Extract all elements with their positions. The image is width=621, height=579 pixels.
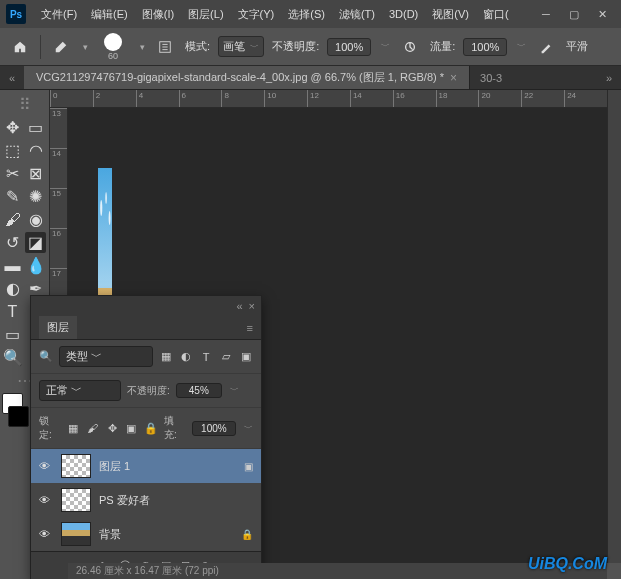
tab-overflow-label[interactable]: 30-3 <box>470 66 512 89</box>
filter-adjust-icon[interactable]: ◐ <box>179 350 193 364</box>
layer-row[interactable]: 👁背景🔒 <box>31 517 261 551</box>
svg-point-3 <box>100 200 102 216</box>
panel-menu-icon[interactable]: ≡ <box>247 322 253 334</box>
brush-panel-icon[interactable] <box>153 35 177 59</box>
menu-type[interactable]: 文字(Y) <box>231 7 282 22</box>
eyedropper-tool[interactable]: ✎ <box>2 186 23 207</box>
opacity-label: 不透明度: <box>272 39 319 54</box>
toolbox-handle[interactable]: ⠿ <box>2 94 47 115</box>
eraser-tool-icon[interactable] <box>49 35 73 59</box>
filter-type-icon[interactable]: T <box>199 350 213 364</box>
blend-mode-select[interactable]: 正常 ﹀ <box>39 380 121 401</box>
menu-window[interactable]: 窗口( <box>476 7 516 22</box>
menu-image[interactable]: 图像(I) <box>135 7 181 22</box>
crop-tool[interactable]: ✂ <box>2 163 23 184</box>
color-swatch-bg[interactable] <box>8 406 29 427</box>
chevron-down-icon[interactable]: ﹀ <box>517 40 526 53</box>
home-icon[interactable] <box>8 35 32 59</box>
chevron-down-icon[interactable]: ▾ <box>83 42 88 52</box>
blur-tool[interactable]: 💧 <box>25 255 46 276</box>
menu-select[interactable]: 选择(S) <box>281 7 332 22</box>
close-tab-icon[interactable]: × <box>450 71 457 85</box>
layer-thumbnail[interactable] <box>61 454 91 478</box>
watermark: UiBQ.CoM <box>528 555 607 573</box>
visibility-icon[interactable]: 👁 <box>39 528 53 540</box>
layer-name[interactable]: 背景 <box>99 527 233 542</box>
menu-filter[interactable]: 滤镜(T) <box>332 7 382 22</box>
gradient-tool[interactable]: ▬ <box>2 255 23 276</box>
filter-pixel-icon[interactable]: ▦ <box>159 350 173 364</box>
layer-row[interactable]: 👁PS 爱好者 <box>31 483 261 517</box>
lock-position-icon[interactable]: ✥ <box>105 421 118 435</box>
chevron-down-icon[interactable]: ﹀ <box>244 422 253 435</box>
filter-shape-icon[interactable]: ▱ <box>219 350 233 364</box>
panel-collapse-icon[interactable]: « <box>236 300 242 312</box>
opacity-input[interactable]: 100% <box>327 38 371 56</box>
menu-view[interactable]: 视图(V) <box>425 7 476 22</box>
history-brush-tool[interactable]: ↺ <box>2 232 23 253</box>
menu-file[interactable]: 文件(F) <box>34 7 84 22</box>
filter-smart-icon[interactable]: ▣ <box>239 350 253 364</box>
visibility-icon[interactable]: 👁 <box>39 494 53 506</box>
close-button[interactable]: ✕ <box>589 4 615 24</box>
document-title: VCG211297476719-gigapixel-standard-scale… <box>36 70 444 85</box>
layer-name[interactable]: PS 爱好者 <box>99 493 253 508</box>
frame-tool[interactable]: ⊠ <box>25 163 46 184</box>
layers-tab[interactable]: 图层 <box>39 316 77 339</box>
flow-label: 流量: <box>430 39 455 54</box>
smoothing-label: 平滑 <box>566 39 588 54</box>
tab-scroll-right[interactable]: » <box>597 66 621 89</box>
chevron-down-icon[interactable]: ﹀ <box>230 384 239 397</box>
layer-name[interactable]: 图层 1 <box>99 459 236 474</box>
layer-row[interactable]: 👁图层 1▣ <box>31 449 261 483</box>
filter-type-select[interactable]: 类型 ﹀ <box>59 346 153 367</box>
visibility-icon[interactable]: 👁 <box>39 460 53 472</box>
lock-artboard-icon[interactable]: ▣ <box>125 421 138 435</box>
menu-layer[interactable]: 图层(L) <box>181 7 230 22</box>
lasso-tool[interactable]: ◠ <box>25 140 46 161</box>
chevron-down-icon[interactable]: ▾ <box>140 42 145 52</box>
eraser-tool[interactable]: ◪ <box>25 232 46 253</box>
right-panel-collapsed[interactable] <box>607 90 621 563</box>
minimize-button[interactable]: ─ <box>533 4 559 24</box>
artboard-tool[interactable]: ▭ <box>25 117 46 138</box>
mode-select[interactable]: 画笔 ﹀ <box>218 36 264 57</box>
lock-transparent-icon[interactable]: ▦ <box>67 421 80 435</box>
tab-scroll-left[interactable]: « <box>0 66 24 89</box>
search-icon[interactable]: 🔍 <box>39 350 53 363</box>
maximize-button[interactable]: ▢ <box>561 4 587 24</box>
app-logo: Ps <box>6 4 26 24</box>
lock-pixels-icon[interactable]: 🖌 <box>86 421 99 435</box>
lock-all-icon[interactable]: 🔒 <box>144 421 158 435</box>
menu-bar: Ps 文件(F) 编辑(E) 图像(I) 图层(L) 文字(Y) 选择(S) 滤… <box>0 0 621 28</box>
lock-icon: 🔒 <box>241 529 253 540</box>
chevron-down-icon[interactable]: ﹀ <box>381 40 390 53</box>
status-bar: 26.46 厘米 x 16.47 厘米 (72 ppi) <box>68 563 607 579</box>
menu-3d[interactable]: 3D(D) <box>382 8 425 20</box>
shape-tool[interactable]: ▭ <box>2 324 23 345</box>
flow-input[interactable]: 100% <box>463 38 507 56</box>
opacity-label: 不透明度: <box>127 384 170 398</box>
document-tab[interactable]: VCG211297476719-gigapixel-standard-scale… <box>24 66 470 89</box>
menu-edit[interactable]: 编辑(E) <box>84 7 135 22</box>
fill-input[interactable]: 100% <box>192 421 236 436</box>
marquee-tool[interactable]: ⬚ <box>2 140 23 161</box>
move-tool[interactable]: ✥ <box>2 117 23 138</box>
brush-tool[interactable]: 🖌 <box>2 209 23 230</box>
clone-tool[interactable]: ◉ <box>25 209 46 230</box>
type-tool[interactable]: T <box>2 301 23 322</box>
pressure-opacity-icon[interactable] <box>398 35 422 59</box>
svg-point-4 <box>105 192 107 204</box>
layer-thumbnail[interactable] <box>61 488 91 512</box>
mode-label: 模式: <box>185 39 210 54</box>
dodge-tool[interactable]: ◐ <box>2 278 23 299</box>
spot-heal-tool[interactable]: ✺ <box>25 186 46 207</box>
ruler-horizontal[interactable]: 024681012141618202224 <box>50 90 607 108</box>
layer-thumbnail[interactable] <box>61 522 91 546</box>
layer-opacity-input[interactable]: 45% <box>176 383 222 398</box>
brush-preview[interactable]: 60 <box>96 33 130 61</box>
fill-label: 填充: <box>164 414 186 442</box>
zoom-tool[interactable]: 🔍 <box>2 347 23 368</box>
airbrush-icon[interactable] <box>534 35 558 59</box>
panel-close-icon[interactable]: × <box>249 300 255 312</box>
